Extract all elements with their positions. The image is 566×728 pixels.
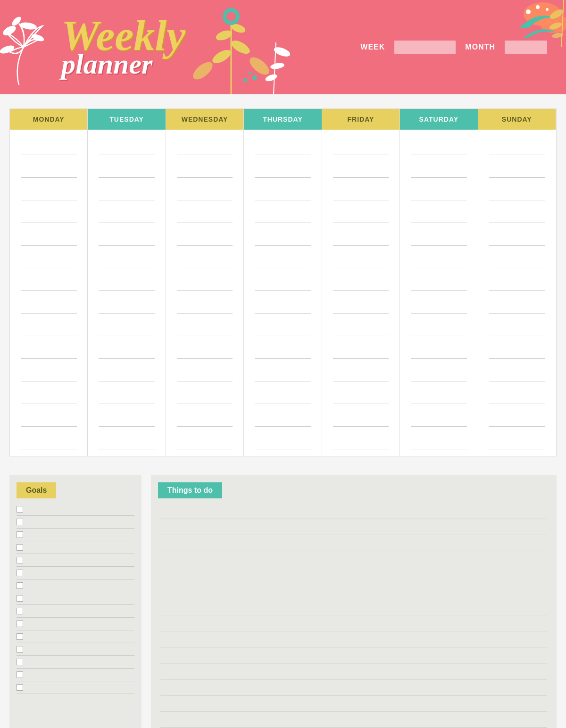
left-plant-deco	[0, 0, 57, 94]
day-header-monday: MONDAY	[10, 109, 88, 130]
svg-point-15	[273, 45, 291, 58]
goals-checkbox[interactable]	[17, 519, 23, 525]
week-field[interactable]	[394, 41, 456, 54]
day-line	[333, 363, 389, 381]
goals-checkbox[interactable]	[17, 659, 23, 665]
goals-item	[17, 605, 134, 618]
day-line	[99, 408, 155, 427]
day-line	[489, 385, 546, 404]
goals-checkbox[interactable]	[17, 620, 23, 627]
goals-checkbox[interactable]	[17, 506, 23, 513]
day-line	[177, 363, 233, 381]
day-line	[411, 408, 467, 427]
day-line	[99, 249, 155, 268]
goals-checkbox[interactable]	[17, 671, 23, 678]
day-line	[21, 136, 77, 155]
day-line	[177, 408, 233, 427]
day-header-tuesday: TUESDAY	[88, 109, 166, 130]
svg-point-17	[265, 73, 278, 83]
day-line	[411, 430, 467, 449]
day-line	[255, 340, 311, 359]
svg-point-12	[190, 59, 216, 83]
day-line	[99, 204, 155, 223]
goals-checkbox[interactable]	[17, 557, 23, 563]
day-col-saturday	[400, 130, 478, 456]
day-line	[99, 385, 155, 404]
goals-item	[17, 681, 134, 694]
week-label: WEEK	[360, 43, 385, 51]
day-line	[21, 430, 77, 449]
goals-checkbox[interactable]	[17, 633, 23, 640]
things-to-do-box: Things to do FROM CHORETELL.COM	[151, 475, 557, 728]
header-title: Weekly planner	[61, 17, 185, 78]
day-line	[21, 272, 77, 291]
goals-checkbox[interactable]	[17, 684, 23, 691]
goals-item	[17, 592, 134, 605]
goals-checkbox[interactable]	[17, 544, 23, 551]
goals-checkbox[interactable]	[17, 646, 23, 653]
day-col-wednesday	[166, 130, 244, 456]
day-line	[99, 136, 155, 155]
day-line	[21, 385, 77, 404]
day-line	[255, 136, 311, 155]
day-line	[333, 159, 389, 178]
day-line	[177, 204, 233, 223]
goals-checkbox[interactable]	[17, 608, 23, 614]
svg-point-3	[31, 33, 45, 43]
day-line	[99, 340, 155, 359]
svg-point-1	[10, 15, 22, 27]
day-line	[333, 340, 389, 359]
goals-item	[17, 567, 134, 579]
things-line	[160, 679, 547, 695]
svg-point-29	[551, 32, 563, 39]
day-line	[255, 317, 311, 336]
day-line	[333, 317, 389, 336]
day-header-thursday: THURSDAY	[244, 109, 322, 130]
day-line	[489, 363, 546, 381]
day-line	[177, 272, 233, 291]
goals-checkbox[interactable]	[17, 570, 23, 576]
day-line	[333, 408, 389, 427]
day-line	[99, 159, 155, 178]
day-line	[411, 136, 467, 155]
day-line	[411, 249, 467, 268]
day-line	[489, 340, 546, 359]
svg-point-19	[249, 72, 251, 74]
goals-checkbox[interactable]	[17, 595, 23, 602]
goals-checkbox[interactable]	[17, 531, 23, 538]
day-line	[411, 340, 467, 359]
planner-text: planner	[61, 50, 185, 78]
svg-point-23	[526, 9, 531, 14]
day-line	[411, 363, 467, 381]
day-line	[177, 385, 233, 404]
day-line	[21, 363, 77, 381]
day-line	[177, 317, 233, 336]
svg-point-4	[0, 44, 15, 55]
things-line	[160, 519, 547, 535]
svg-point-13	[247, 54, 272, 78]
goals-item	[17, 669, 134, 681]
things-line	[160, 535, 547, 551]
day-line	[333, 204, 389, 223]
day-line	[411, 295, 467, 314]
day-line	[177, 182, 233, 200]
svg-point-9	[230, 22, 247, 34]
day-line	[99, 227, 155, 246]
day-line	[255, 227, 311, 246]
day-line	[411, 227, 467, 246]
goals-checkbox[interactable]	[17, 582, 23, 589]
day-line	[489, 317, 546, 336]
day-line	[489, 136, 546, 155]
day-line	[255, 363, 311, 381]
goals-item	[17, 541, 134, 554]
day-col-sunday	[478, 130, 556, 456]
day-line	[99, 182, 155, 200]
day-line	[333, 136, 389, 155]
svg-point-10	[223, 8, 240, 25]
day-line	[99, 363, 155, 381]
day-header-wednesday: WEDNESDAY	[166, 109, 244, 130]
day-line	[255, 408, 311, 427]
month-field[interactable]	[505, 41, 547, 54]
goals-item	[17, 529, 134, 541]
bottom-section: Goals Things to do	[0, 466, 566, 728]
